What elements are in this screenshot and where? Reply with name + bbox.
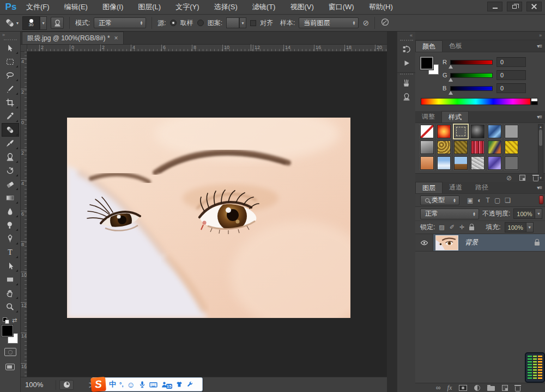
scrollbar-thumb[interactable]	[539, 130, 542, 146]
ignore-adjustment-layers-icon[interactable]: ⊘	[362, 19, 369, 27]
style-swatch-8[interactable]	[437, 140, 451, 154]
document-tab[interactable]: 眼袋.jpg @ 100%(RGB/8#) * ×	[22, 32, 124, 44]
lock-all-icon[interactable]	[469, 226, 474, 230]
layer-blend-mode-dropdown[interactable]: 正常	[420, 209, 479, 219]
layer-thumbnail[interactable]	[435, 235, 458, 250]
style-swatch-13[interactable]	[420, 156, 434, 170]
clone-source-panel-button[interactable]	[400, 91, 413, 103]
layer-style-icon[interactable]: fx	[447, 384, 452, 392]
background-layer-row[interactable]: 背景	[415, 234, 545, 252]
panel-menu-icon[interactable]	[537, 114, 542, 120]
healing-brush-tool[interactable]	[2, 123, 19, 137]
type-tool[interactable]: T	[2, 246, 19, 259]
marquee-tool[interactable]	[2, 55, 19, 69]
screen-mode-button[interactable]	[5, 364, 15, 370]
slider-thumb[interactable]	[449, 91, 453, 95]
blue-value-field[interactable]: 0	[496, 83, 526, 93]
panel-menu-icon[interactable]	[537, 43, 542, 49]
style-swatch-5[interactable]	[488, 125, 501, 138]
menu-item-1[interactable]: 文件(F)	[26, 2, 50, 12]
menu-item-8[interactable]: 视图(V)	[290, 2, 313, 12]
microphone-icon[interactable]	[138, 381, 146, 388]
blur-tool[interactable]	[2, 205, 19, 218]
delete-layer-icon[interactable]	[515, 387, 520, 391]
restore-button[interactable]	[507, 2, 522, 11]
new-adjustment-layer-icon[interactable]	[474, 385, 480, 391]
crop-tool[interactable]	[2, 96, 19, 109]
swap-colors-icon[interactable]: ⇄	[12, 317, 17, 324]
brush-panel-button[interactable]	[400, 77, 413, 89]
settings-wrench-icon[interactable]	[186, 381, 193, 388]
clear-style-button[interactable]: ⊘	[506, 174, 512, 182]
color-spectrum-ramp[interactable]	[421, 98, 531, 105]
color-level-widget[interactable]	[525, 352, 545, 383]
close-button[interactable]	[526, 2, 542, 11]
layer-name[interactable]: 背景	[465, 238, 535, 247]
style-swatch-7[interactable]	[420, 140, 434, 154]
user-level-icon[interactable]: 15	[161, 381, 172, 389]
zoom-tool[interactable]	[2, 300, 19, 314]
lock-pixels-icon[interactable]: ✐	[450, 224, 455, 231]
layer-visibility-toggle[interactable]	[415, 234, 433, 251]
toolbar-grip[interactable]	[4, 39, 17, 40]
style-swatch-3[interactable]	[454, 125, 468, 138]
eraser-tool[interactable]	[2, 177, 19, 191]
style-swatch-14[interactable]	[437, 156, 451, 170]
menu-item-2[interactable]: 编辑(E)	[64, 2, 88, 12]
quick-mask-button[interactable]	[4, 348, 16, 356]
ime-punctuation-button[interactable]: °,	[119, 381, 123, 388]
opacity-control[interactable]: 100% ▼	[513, 209, 542, 219]
menu-item-10[interactable]: 帮助(H)	[369, 2, 393, 12]
brush-picker-arrow[interactable]: ▾	[40, 16, 47, 30]
style-swatch-16[interactable]	[471, 156, 485, 170]
tab-color[interactable]: 颜色	[415, 40, 443, 52]
history-panel-button[interactable]	[400, 43, 413, 55]
path-select-tool[interactable]	[2, 259, 19, 273]
dock-collapse-button[interactable]: »	[415, 32, 545, 40]
blend-mode-dropdown[interactable]: 正常	[94, 17, 146, 28]
tab-channels[interactable]: 通道	[443, 182, 469, 193]
slider-thumb[interactable]	[449, 78, 453, 82]
shape-tool[interactable]	[2, 273, 19, 286]
dock-expand-button[interactable]: «	[397, 32, 415, 39]
lock-position-icon[interactable]: ✛	[459, 224, 464, 231]
pattern-picker-arrow[interactable]: ▾	[239, 17, 246, 28]
menu-item-4[interactable]: 图层(L)	[138, 2, 161, 12]
foreground-color-swatch[interactable]	[420, 57, 433, 70]
tab-close-icon[interactable]: ×	[114, 34, 118, 42]
pattern-picker[interactable]	[226, 17, 239, 28]
new-layer-icon[interactable]	[502, 385, 508, 391]
red-value-field[interactable]: 0	[496, 57, 526, 67]
filter-smart-objects-icon[interactable]: ❏	[505, 197, 511, 204]
new-group-icon[interactable]	[487, 386, 495, 391]
style-swatch-6[interactable]	[505, 125, 518, 138]
fill-control[interactable]: 100% ▼	[505, 222, 534, 232]
eyedropper-tool[interactable]	[2, 109, 19, 123]
default-colors-icon[interactable]	[3, 317, 9, 324]
style-swatch-9[interactable]	[454, 140, 468, 154]
red-slider[interactable]	[450, 60, 493, 65]
delete-style-button[interactable]	[533, 176, 538, 181]
add-layer-mask-icon[interactable]	[459, 385, 467, 391]
style-swatch-15[interactable]	[454, 156, 468, 170]
history-brush-tool[interactable]	[2, 164, 19, 177]
tab-layers[interactable]: 图层	[415, 182, 443, 193]
foreground-color-swatch[interactable]	[2, 325, 13, 336]
menu-item-7[interactable]: 滤镜(T)	[252, 2, 276, 12]
brush-preset-picker[interactable]: 30	[22, 16, 40, 30]
tab-swatches[interactable]: 色板	[443, 40, 469, 52]
style-swatch-17[interactable]	[488, 156, 501, 170]
style-swatch-10[interactable]	[471, 140, 485, 154]
sample-dropdown[interactable]: 当前图层	[299, 17, 359, 28]
panel-group-grip[interactable]	[400, 40, 413, 41]
zoom-level-field[interactable]: 100%	[25, 381, 52, 389]
tab-adjustments[interactable]: 调整	[415, 111, 441, 122]
tool-preset-picker[interactable]: ▾	[4, 17, 19, 28]
menu-item-3[interactable]: 图像(I)	[102, 2, 123, 12]
green-slider[interactable]	[450, 73, 493, 78]
style-swatch-1[interactable]	[420, 125, 434, 138]
menu-item-6[interactable]: 选择(S)	[214, 2, 237, 12]
status-info-button[interactable]	[59, 380, 74, 390]
hand-tool[interactable]	[2, 286, 19, 300]
clone-stamp-tool[interactable]	[2, 150, 19, 164]
